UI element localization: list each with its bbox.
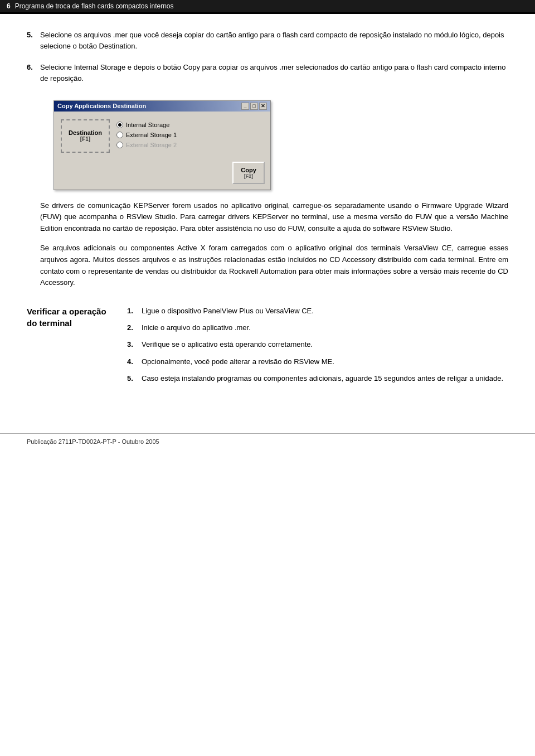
dialog-container: Copy Applications Destination _ □ ✕ Dest… <box>54 100 271 190</box>
step-5-block: 5. Selecione os arquivos .mer que você d… <box>27 30 508 52</box>
destination-button-key: [F1] <box>80 136 90 142</box>
dialog-title: Copy Applications Destination <box>57 103 146 109</box>
step-5: 5. Selecione os arquivos .mer que você d… <box>27 30 508 52</box>
step-text-3: Verifique se o aplicativo está operando … <box>142 339 313 350</box>
verification-step-5: 5. Caso esteja instalando programas ou c… <box>127 373 508 384</box>
radio-external-storage-2-label: External Storage 2 <box>126 142 177 148</box>
publication-info: Publicação 2711P-TD002A-PT-P - Outubro 2… <box>27 438 159 445</box>
copy-applications-dialog: Copy Applications Destination _ □ ✕ Dest… <box>54 100 271 190</box>
main-content: 5. Selecione os arquivos .mer que você d… <box>0 14 535 416</box>
destination-button-area: Destination [F1] <box>61 119 110 153</box>
step-num-4: 4. <box>127 356 138 367</box>
radio-external-storage-1-circle[interactable] <box>116 132 123 138</box>
verification-step-3: 3. Verifique se o aplicativo está operan… <box>127 339 508 350</box>
dialog-minimize-button[interactable]: _ <box>241 103 249 110</box>
dialog-titlebar-buttons: _ □ ✕ <box>241 103 267 110</box>
destination-button[interactable]: Destination [F1] <box>61 119 110 153</box>
step-6-block: 6. Selecione Internal Storage e depois o… <box>27 62 508 289</box>
step-6: 6. Selecione Internal Storage e depois o… <box>27 62 508 84</box>
paragraph-1: Se drivers de comunicação KEPServer fore… <box>40 200 508 235</box>
verification-step-1: 1. Ligue o dispositivo PanelView Plus ou… <box>127 306 508 317</box>
step-num-2: 2. <box>127 322 138 333</box>
step-5-number: 5. <box>27 30 37 52</box>
paragraph-2: Se arquivos adicionais ou componentes Ac… <box>40 243 508 289</box>
step-6-text: Selecione Internal Storage e depois o bo… <box>40 62 508 84</box>
dialog-titlebar: Copy Applications Destination _ □ ✕ <box>54 101 270 112</box>
step-num-1: 1. <box>127 306 138 317</box>
page-header: 6 Programa de troca de flash cards compa… <box>0 0 535 12</box>
page-number: 6 <box>7 2 11 10</box>
dialog-close-button[interactable]: ✕ <box>259 103 267 110</box>
verification-steps-content: 1. Ligue o dispositivo PanelView Plus ou… <box>127 306 508 390</box>
verification-section: Verificar a operação do terminal 1. Ligu… <box>27 306 508 390</box>
radio-external-storage-1[interactable]: External Storage 1 <box>116 132 264 138</box>
dialog-screenshot-area: Copy Applications Destination _ □ ✕ Dest… <box>40 90 508 200</box>
copy-button[interactable]: Copy [F2] <box>232 162 265 184</box>
dialog-footer: Copy [F2] <box>54 158 270 190</box>
radio-external-storage-2-circle <box>116 142 123 148</box>
radio-internal-storage-label: Internal Storage <box>126 122 169 128</box>
step-num-3: 3. <box>127 339 138 350</box>
step-text-2: Inicie o arquivo do aplicativo .mer. <box>142 322 251 333</box>
copy-button-key: [F2] <box>244 173 254 179</box>
radio-external-storage-1-label: External Storage 1 <box>126 132 177 138</box>
dialog-body: Destination [F1] Internal Storage <box>54 112 270 158</box>
copy-button-label: Copy <box>241 167 256 173</box>
radio-options-group: Internal Storage External Storage 1 Exte… <box>116 119 264 148</box>
step-6-number: 6. <box>27 62 37 84</box>
step-text-4: Opcionalmente, você pode alterar a revis… <box>142 356 334 367</box>
step-text-5: Caso esteja instalando programas ou comp… <box>142 373 503 384</box>
radio-external-storage-2: External Storage 2 <box>116 142 264 148</box>
step-num-5: 5. <box>127 373 138 384</box>
radio-internal-storage-circle[interactable] <box>116 122 123 128</box>
step-text-1: Ligue o dispositivo PanelView Plus ou Ve… <box>142 306 314 317</box>
verification-step-2: 2. Inicie o arquivo do aplicativo .mer. <box>127 322 508 333</box>
radio-internal-storage[interactable]: Internal Storage <box>116 122 264 128</box>
page-footer: Publicação 2711P-TD002A-PT-P - Outubro 2… <box>0 433 535 449</box>
step-5-text: Selecione os arquivos .mer que você dese… <box>40 30 508 52</box>
dialog-maximize-button[interactable]: □ <box>250 103 258 110</box>
destination-button-label: Destination <box>69 129 102 136</box>
verification-steps-list: 1. Ligue o dispositivo PanelView Plus ou… <box>127 306 508 384</box>
verification-step-4: 4. Opcionalmente, você pode alterar a re… <box>127 356 508 367</box>
page-title: Programa de troca de flash cards compact… <box>15 2 174 10</box>
section-heading: Verificar a operação do terminal <box>27 306 127 390</box>
